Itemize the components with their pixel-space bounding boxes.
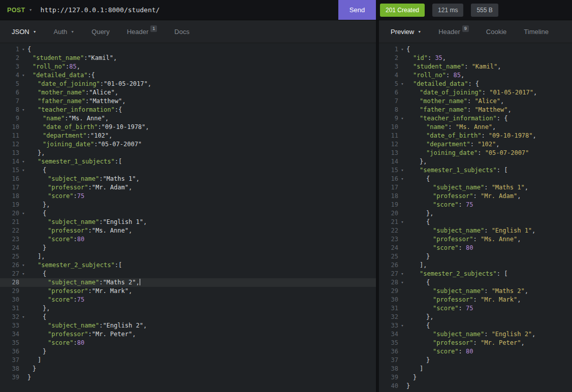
code-line[interactable]: 36"score": 80 — [379, 347, 572, 356]
send-button[interactable]: Send — [338, 0, 376, 20]
fold-toggle-icon[interactable]: ▾ — [19, 71, 27, 80]
code-line[interactable]: 4"roll_no": 85, — [379, 71, 572, 80]
code-line[interactable]: 22"professor":"Ms. Anne", — [0, 226, 376, 235]
method-select[interactable]: POST ▼ — [0, 0, 38, 20]
code-line[interactable]: 28▾{ — [379, 278, 572, 287]
code-line[interactable]: 8▾"teacher_information":{ — [0, 106, 376, 114]
code-line[interactable]: 15▾"semester_1_subjects": [ — [379, 166, 572, 175]
code-line[interactable]: 34"subject_name": "English 2", — [379, 330, 572, 339]
code-line[interactable]: 11"department":"102", — [0, 132, 376, 140]
fold-toggle-icon[interactable]: ▾ — [19, 166, 27, 175]
request-tab-json[interactable]: JSON▼ — [3, 20, 45, 43]
code-line[interactable]: 10"name": "Ms. Anne", — [379, 123, 572, 132]
request-body-editor[interactable]: 1▾{2"student_name":"Kamil",3"roll_no":85… — [0, 43, 376, 392]
code-line[interactable]: 24"score": 80 — [379, 244, 572, 252]
code-line[interactable]: 39} — [379, 373, 572, 382]
code-line[interactable]: 33"subject_name":"English 2", — [0, 321, 376, 330]
fold-toggle-icon[interactable]: ▾ — [398, 175, 406, 183]
fold-toggle-icon[interactable]: ▾ — [19, 209, 27, 218]
code-line[interactable]: 26▾"semester_2_subjects":[ — [0, 261, 376, 270]
code-line[interactable]: 6"date_of_joining": "01-05-2017", — [379, 88, 572, 97]
code-line[interactable]: 7"father_name":"Matthew", — [0, 97, 376, 106]
code-line[interactable]: 23"score":80 — [0, 235, 376, 244]
code-line[interactable]: 27▾{ — [0, 270, 376, 278]
code-line[interactable]: 18"score":75 — [0, 192, 376, 201]
code-line[interactable]: 34"professor":"Mr. Peter", — [0, 330, 376, 339]
code-line[interactable]: 23"professor": "Ms. Anne", — [379, 235, 572, 244]
code-line[interactable]: 7"mother_name": "Alice", — [379, 97, 572, 106]
response-tab-timeline[interactable]: Timeline — [515, 20, 557, 43]
code-line[interactable]: 33▾{ — [379, 321, 572, 330]
code-line[interactable]: 3"student_name": "Kamil", — [379, 62, 572, 71]
fold-toggle-icon[interactable]: ▾ — [19, 157, 27, 166]
code-line[interactable]: 21▾{ — [379, 218, 572, 226]
fold-toggle-icon[interactable]: ▾ — [398, 270, 406, 278]
code-line[interactable]: 32▾{ — [0, 313, 376, 321]
request-tab-auth[interactable]: Auth▼ — [45, 20, 83, 43]
fold-toggle-icon[interactable]: ▾ — [19, 313, 27, 321]
code-line[interactable]: 3"roll_no":85, — [0, 62, 376, 71]
code-line[interactable]: 30"professor": "Mr. Mark", — [379, 296, 572, 304]
code-line[interactable]: 20}, — [379, 209, 572, 218]
code-line[interactable]: 25], — [0, 252, 376, 261]
fold-toggle-icon[interactable]: ▾ — [19, 261, 27, 270]
code-line[interactable]: 29"subject_name": "Maths 2", — [379, 287, 572, 296]
url-input[interactable] — [38, 0, 338, 20]
code-line[interactable]: 31}, — [0, 304, 376, 313]
code-line[interactable]: 15▾{ — [0, 166, 376, 175]
code-line[interactable]: 1▾{ — [0, 45, 376, 54]
request-tab-docs[interactable]: Docs — [166, 20, 198, 43]
fold-toggle-icon[interactable]: ▾ — [398, 114, 406, 123]
code-line[interactable]: 25} — [379, 252, 572, 261]
code-line[interactable]: 36} — [0, 347, 376, 356]
code-line[interactable]: 21"subject_name":"English 1", — [0, 218, 376, 226]
code-line[interactable]: 39} — [0, 373, 376, 382]
code-line[interactable]: 4▾"detailed_data":{ — [0, 71, 376, 80]
code-line[interactable]: 17"subject_name": "Maths 1", — [379, 183, 572, 192]
code-line[interactable]: 40} — [379, 382, 572, 390]
code-line[interactable]: 5"date_of_joining":"01-05-2017", — [0, 80, 376, 88]
fold-toggle-icon[interactable]: ▾ — [398, 321, 406, 330]
code-line[interactable]: 8"father_name": "Matthew", — [379, 106, 572, 114]
code-line[interactable]: 16"subject_name":"Maths 1", — [0, 175, 376, 183]
code-line[interactable]: 12"department": "102", — [379, 140, 572, 149]
code-line[interactable]: 35"professor": "Mr. Peter", — [379, 339, 572, 347]
fold-toggle-icon[interactable]: ▾ — [398, 166, 406, 175]
request-tab-query[interactable]: Query — [83, 20, 118, 43]
code-line[interactable]: 28"subject_name":"Maths 2", — [0, 278, 376, 287]
fold-toggle-icon[interactable]: ▾ — [398, 80, 406, 88]
fold-toggle-icon[interactable]: ▾ — [19, 106, 27, 114]
code-line[interactable]: 6"mother_name":"Alice", — [0, 88, 376, 97]
code-line[interactable]: 30"score":75 — [0, 296, 376, 304]
code-line[interactable]: 1▾{ — [379, 45, 572, 54]
code-line[interactable]: 5▾"detailed_data": { — [379, 80, 572, 88]
code-line[interactable]: 35"score":80 — [0, 339, 376, 347]
fold-toggle-icon[interactable]: ▾ — [398, 45, 406, 54]
code-line[interactable]: 22"subject_name": "English 1", — [379, 226, 572, 235]
code-line[interactable]: 38} — [0, 365, 376, 373]
code-line[interactable]: 38] — [379, 365, 572, 373]
code-line[interactable]: 32}, — [379, 313, 572, 321]
request-tab-header[interactable]: Header1 — [118, 20, 166, 43]
code-line[interactable]: 19}, — [0, 201, 376, 209]
fold-toggle-icon[interactable]: ▾ — [19, 45, 27, 54]
code-line[interactable]: 18"professor": "Mr. Adam", — [379, 192, 572, 201]
code-line[interactable]: 9"name":"Ms. Anne", — [0, 114, 376, 123]
response-tab-preview[interactable]: Preview▼ — [382, 20, 430, 43]
code-line[interactable]: 26], — [379, 261, 572, 270]
code-line[interactable]: 9▾"teacher_information": { — [379, 114, 572, 123]
code-line[interactable]: 11"date_of_birth": "09-10-1978", — [379, 132, 572, 140]
code-line[interactable]: 37} — [379, 356, 572, 365]
fold-toggle-icon[interactable]: ▾ — [398, 278, 406, 287]
response-body-viewer[interactable]: 1▾{2"id": 35,3"student_name": "Kamil",4"… — [379, 43, 572, 392]
code-line[interactable]: 12"joining_date":"05-07-2007" — [0, 140, 376, 149]
fold-toggle-icon[interactable]: ▾ — [19, 270, 27, 278]
fold-toggle-icon[interactable]: ▾ — [398, 218, 406, 226]
code-line[interactable]: 27▾"semester_2_subjects": [ — [379, 270, 572, 278]
response-tab-header[interactable]: Header9 — [430, 20, 478, 43]
code-line[interactable]: 14}, — [379, 157, 572, 166]
code-line[interactable]: 14▾"semester_1_subjects":[ — [0, 157, 376, 166]
code-line[interactable]: 2"id": 35, — [379, 54, 572, 62]
code-line[interactable]: 20▾{ — [0, 209, 376, 218]
code-line[interactable]: 13}, — [0, 149, 376, 157]
